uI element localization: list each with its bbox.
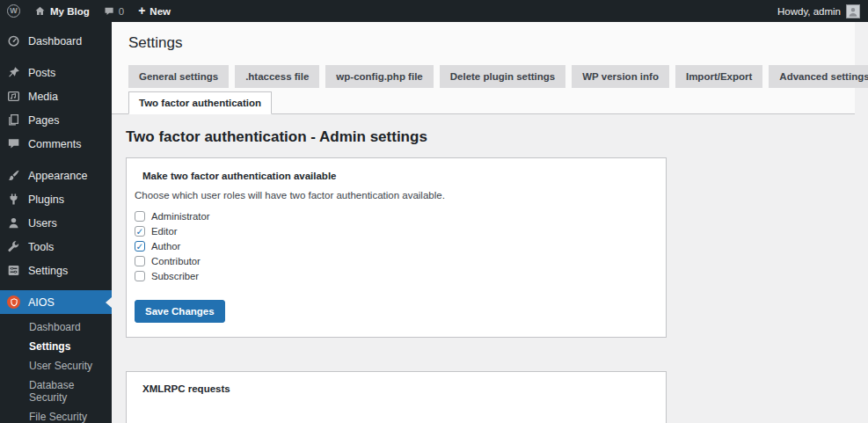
admin-bar: W My Blog 0 + New Howdy, admin: [0, 0, 868, 22]
role-label: Editor: [151, 226, 178, 237]
tab-wp-config-file[interactable]: wp-config.php file: [325, 65, 433, 88]
site-name: My Blog: [50, 6, 90, 17]
submenu-item-user-security[interactable]: User Security: [0, 356, 112, 376]
pin-icon: [7, 66, 20, 79]
tab-content: Two factor authentication - Admin settin…: [112, 128, 868, 423]
author-checkbox[interactable]: ✓: [135, 241, 145, 252]
tab-row-1: General settings .htaccess file wp-confi…: [128, 65, 855, 88]
dashboard-icon: [7, 34, 20, 47]
brush-icon: [7, 169, 20, 182]
comments-shortcut[interactable]: 0: [97, 0, 131, 22]
sidebar-item-tools[interactable]: Tools: [0, 235, 112, 259]
new-content-menu[interactable]: + New: [131, 0, 178, 22]
comment-icon: [7, 137, 20, 150]
my-account-menu[interactable]: Howdy, admin: [777, 0, 868, 22]
wp-logo-menu[interactable]: W: [0, 0, 27, 22]
plus-icon: +: [138, 4, 145, 17]
tab-htaccess-file[interactable]: .htaccess file: [235, 65, 319, 88]
tab-general-settings[interactable]: General settings: [128, 65, 229, 88]
media-icon: [7, 90, 20, 103]
home-icon: [34, 5, 46, 17]
subscriber-checkbox[interactable]: ✓: [135, 271, 145, 281]
site-name-link[interactable]: My Blog: [27, 0, 97, 22]
two-factor-availability-card: Make two factor authentication available…: [126, 157, 667, 338]
tab-advanced-settings[interactable]: Advanced settings: [769, 65, 868, 88]
role-row-contributor[interactable]: ✓ Contributor: [135, 256, 658, 266]
avatar: [846, 4, 860, 18]
card-title: XMLRPC requests: [142, 383, 658, 394]
role-row-administrator[interactable]: ✓ Administrator: [135, 211, 658, 222]
tab-delete-plugin-settings[interactable]: Delete plugin settings: [440, 65, 566, 88]
howdy-text: Howdy, admin: [777, 6, 841, 17]
role-row-author[interactable]: ✓ Author: [135, 241, 658, 252]
role-label: Administrator: [151, 211, 210, 222]
comment-bubble-icon: [104, 6, 114, 17]
submenu-item-file-security[interactable]: File Security: [0, 407, 112, 423]
aios-submenu: Dashboard Settings User Security Databas…: [0, 314, 112, 423]
tab-two-factor-authentication[interactable]: Two factor authentication: [128, 91, 272, 114]
aios-shield-icon: [7, 295, 20, 309]
save-changes-button[interactable]: Save Changes: [135, 300, 225, 323]
card-title: Make two factor authentication available: [142, 171, 658, 181]
contributor-checkbox[interactable]: ✓: [135, 256, 145, 266]
settings-header: Settings General settings .htaccess file…: [112, 22, 855, 114]
sidebar-item-media[interactable]: Media: [0, 84, 112, 108]
sidebar-item-dashboard[interactable]: Dashboard: [0, 29, 112, 53]
sidebar-item-appearance[interactable]: Appearance: [0, 164, 112, 187]
page-title: Settings: [128, 34, 855, 52]
new-label: New: [150, 6, 171, 17]
main-content: Settings General settings .htaccess file…: [112, 0, 868, 423]
section-title: Two factor authentication - Admin settin…: [126, 128, 868, 146]
sidebar-item-comments[interactable]: Comments: [0, 132, 112, 156]
sliders-icon: [7, 264, 20, 277]
pages-icon: [7, 113, 20, 127]
wordpress-logo-icon: W: [7, 4, 20, 18]
sidebar-item-settings[interactable]: Settings: [0, 259, 112, 282]
user-icon: [7, 216, 20, 230]
sidebar-item-pages[interactable]: Pages: [0, 108, 112, 132]
sidebar-item-plugins[interactable]: Plugins: [0, 187, 112, 211]
submenu-item-database-security[interactable]: Database Security: [0, 376, 112, 407]
role-row-subscriber[interactable]: ✓ Subscriber: [135, 271, 658, 281]
sidebar-item-posts[interactable]: Posts: [0, 61, 112, 84]
tab-row-2: Two factor authentication: [128, 91, 855, 113]
tab-import-export[interactable]: Import/Export: [675, 65, 762, 88]
comment-count: 0: [119, 6, 124, 17]
tab-wp-version-info[interactable]: WP version info: [572, 65, 669, 88]
sidebar-item-aios[interactable]: AIOS: [0, 290, 112, 314]
role-label: Author: [151, 241, 180, 252]
submenu-item-dashboard[interactable]: Dashboard: [0, 317, 112, 337]
administrator-checkbox[interactable]: ✓: [135, 211, 145, 222]
submenu-item-settings[interactable]: Settings: [0, 337, 112, 356]
role-row-editor[interactable]: ✓ Editor: [135, 226, 658, 237]
plug-icon: [7, 193, 20, 206]
sidebar-item-users[interactable]: Users: [0, 211, 112, 235]
xmlrpc-requests-card: XMLRPC requests: [126, 371, 667, 423]
wrench-icon: [7, 240, 20, 253]
editor-checkbox[interactable]: ✓: [135, 226, 145, 237]
card-description: Choose which user roles will have two fa…: [135, 190, 658, 201]
admin-sidebar: Dashboard Posts Media Pages: [0, 22, 112, 423]
role-label: Contributor: [151, 256, 201, 266]
role-label: Subscriber: [151, 271, 199, 281]
